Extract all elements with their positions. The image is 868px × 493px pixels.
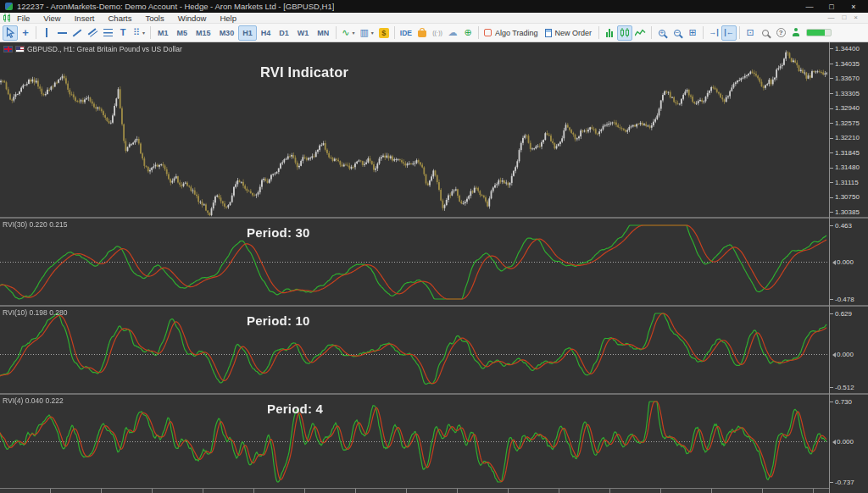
panel2-annotation: Period: 10: [247, 313, 310, 328]
toolbar: + T ⠿ ▾ M1 M5 M15 M30 H1 H4 D1 W1 MN ∿ ▾…: [0, 24, 868, 42]
line-chart-type-button[interactable]: [632, 25, 648, 41]
panel1-header: RVI(30) 0.220 0.215: [3, 220, 67, 229]
axis-label: 1.33670: [830, 75, 860, 82]
bar-chart-type-button[interactable]: [602, 25, 617, 41]
templates-icon: ▥: [359, 28, 368, 37]
axis-label: 0.629: [830, 310, 852, 318]
axis-label: 1.31115: [830, 179, 859, 186]
algo-trading-label: Algo Trading: [493, 29, 540, 37]
ide-icon: IDE: [400, 29, 412, 37]
timeframe-m30-button[interactable]: M30: [215, 25, 239, 41]
axis-label: 1.33305: [830, 90, 860, 97]
chart-area: GBPUSD., H1: Great Britain Pound vs US D…: [0, 42, 868, 493]
menu-window[interactable]: Window: [171, 14, 214, 23]
market-button[interactable]: [415, 25, 430, 41]
timeframe-m1-button[interactable]: M1: [153, 25, 173, 41]
rvi30-canvas[interactable]: [0, 219, 827, 305]
indicators-icon: ∿: [342, 28, 349, 37]
chart-shift-button[interactable]: |←: [721, 25, 737, 41]
zoom-in-button[interactable]: [654, 25, 670, 41]
trendline-tool-button[interactable]: [70, 25, 85, 41]
crosshair-tool-button[interactable]: +: [18, 25, 33, 41]
signals-button[interactable]: ((·)): [430, 25, 445, 41]
screenshot-button[interactable]: ⊡: [743, 25, 758, 41]
axis-label: 0.000: [830, 438, 854, 446]
connection-status[interactable]: [806, 29, 832, 36]
rvi10-canvas[interactable]: [0, 307, 827, 393]
timeframe-h1-button[interactable]: H1: [238, 25, 257, 41]
timeframe-mn-button[interactable]: MN: [313, 25, 333, 41]
symbol-header: GBPUSD., H1: Great Britain Pound vs US D…: [3, 45, 182, 53]
line-chart-icon: [635, 29, 646, 37]
minimize-button[interactable]: —: [800, 3, 819, 11]
timeframe-h4-button[interactable]: H4: [257, 25, 275, 41]
channel-icon: [87, 28, 97, 37]
chevron-down-icon: ▾: [352, 30, 354, 36]
metaeditor-button[interactable]: IDE: [398, 25, 415, 41]
mql5-services-button[interactable]: $: [376, 25, 392, 41]
menu-insert[interactable]: Insert: [68, 14, 102, 23]
axis-label: 0.730: [830, 398, 852, 406]
globe-plus-icon: ⊕: [464, 28, 471, 37]
panel-splitter[interactable]: [0, 393, 868, 395]
chart-annotation: RVI Indicator: [260, 64, 348, 80]
panel3-annotation: Period: 4: [267, 402, 323, 416]
help-icon: ?: [776, 28, 786, 37]
algo-trading-button[interactable]: Algo Trading: [481, 25, 542, 41]
mt5-window: 122237 - AronMarkets-Demo: Demo Account …: [0, 0, 868, 493]
auto-scroll-button[interactable]: →|: [706, 25, 721, 41]
axis-label: 1.31845: [830, 149, 860, 157]
maximize-button[interactable]: □: [822, 3, 841, 11]
panel-splitter[interactable]: [0, 305, 868, 307]
search-button[interactable]: [758, 25, 773, 41]
price-axis[interactable]: 1.344001.340351.336701.333051.329401.325…: [830, 42, 868, 493]
toolbar-separator: [36, 26, 36, 39]
horizontal-line-tool-button[interactable]: [54, 25, 70, 41]
new-order-icon: [545, 29, 552, 37]
text-tool-button[interactable]: T: [115, 25, 131, 41]
shopping-bag-icon: [418, 30, 426, 37]
menu-help[interactable]: Help: [213, 14, 243, 23]
fibonacci-tool-button[interactable]: [100, 25, 115, 41]
help-button[interactable]: ?: [773, 25, 788, 41]
channel-tool-button[interactable]: [85, 25, 100, 41]
indicators-button[interactable]: ∿ ▾: [339, 25, 357, 41]
vps-cloud-button[interactable]: ☁: [445, 25, 460, 41]
menu-view[interactable]: View: [36, 14, 67, 23]
text-tool-icon: T: [120, 28, 126, 37]
price-chart-canvas[interactable]: [0, 42, 827, 217]
cursor-tool-button[interactable]: [3, 25, 18, 41]
panel2-header: RVI(10) 0.198 0.280: [3, 308, 67, 317]
objects-tool-button[interactable]: ⠿ ▾: [131, 25, 147, 41]
search-icon: [762, 30, 769, 36]
child-minimize-button[interactable]: —: [827, 13, 834, 23]
titlebar: 122237 - AronMarkets-Demo: Demo Account …: [0, 0, 868, 13]
new-order-button[interactable]: New Order: [542, 25, 597, 41]
menu-tools[interactable]: Tools: [138, 14, 170, 23]
community-button[interactable]: [788, 25, 804, 41]
menu-charts[interactable]: Charts: [102, 14, 139, 23]
time-axis[interactable]: [0, 488, 829, 493]
close-button[interactable]: ×: [844, 3, 863, 11]
community-add-button[interactable]: ⊕: [460, 25, 476, 41]
grid-toggle-button[interactable]: ⊞: [685, 25, 700, 41]
child-restore-button[interactable]: □: [842, 13, 846, 23]
menubar: File View Insert Charts Tools Window Hel…: [0, 13, 868, 24]
axis-label: 1.30750: [830, 193, 860, 201]
templates-button[interactable]: ▥ ▾: [357, 25, 376, 41]
axis-label: 1.34035: [830, 60, 860, 68]
panel-splitter[interactable]: [0, 217, 868, 219]
zoom-out-button[interactable]: [670, 25, 685, 41]
timeframe-m15-button[interactable]: M15: [192, 25, 215, 41]
timeframe-w1-button[interactable]: W1: [293, 25, 314, 41]
app-icon: [5, 3, 13, 10]
vertical-line-tool-button[interactable]: [39, 25, 54, 41]
timeframe-m5-button[interactable]: M5: [173, 25, 192, 41]
candle-chart-type-button[interactable]: [617, 25, 632, 41]
panel1-annotation: Period: 30: [247, 225, 310, 240]
timeframe-d1-button[interactable]: D1: [275, 25, 293, 41]
child-close-button[interactable]: ×: [854, 13, 858, 23]
crosshair-icon: +: [22, 27, 29, 38]
menu-file[interactable]: File: [10, 14, 36, 23]
rvi4-canvas[interactable]: [0, 396, 827, 488]
